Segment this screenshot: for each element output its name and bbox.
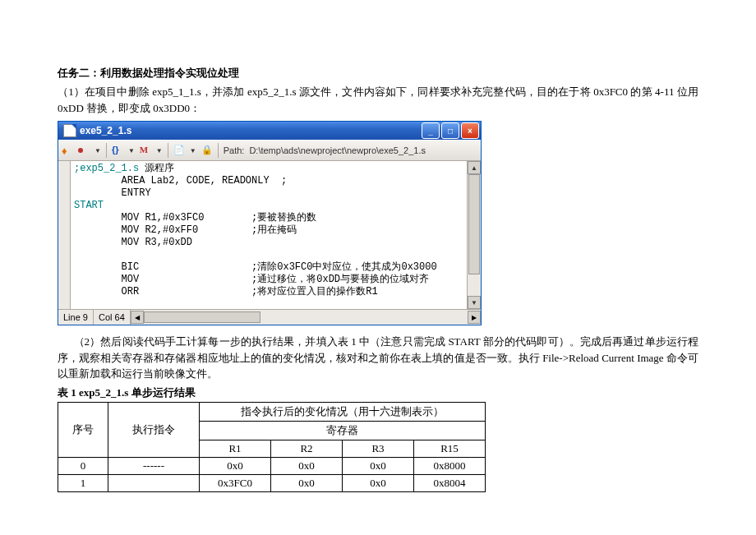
cell-instr	[108, 474, 200, 491]
table-row: 0 ------ 0x0 0x0 0x0 0x8000	[58, 457, 486, 474]
th-instruction: 执行指令	[108, 402, 200, 457]
horizontal-scrollbar[interactable]: ◀ ▶	[131, 311, 481, 324]
braces-icon[interactable]: {}	[112, 145, 123, 156]
task-heading: 任务二：利用数据处理指令实现位处理	[58, 66, 698, 81]
cell-r3: 0x0	[343, 457, 414, 474]
cell-instr: ------	[108, 457, 200, 474]
code-line: BIC ;	[74, 261, 257, 273]
th-change: 指令执行后的变化情况（用十六进制表示）	[200, 402, 486, 421]
th-index: 序号	[58, 402, 108, 457]
minimize-button[interactable]: _	[422, 122, 440, 139]
breakpoint-icon[interactable]	[78, 145, 90, 156]
toolbar-separator	[106, 143, 107, 158]
toolbar-separator	[168, 143, 168, 158]
braces-dropdown[interactable]: ▼	[128, 147, 135, 155]
maximize-button[interactable]: □	[441, 122, 459, 139]
code-area: ;exp5_2_1.s 源程序 AREA Lab2, CODE, READONL…	[58, 161, 481, 309]
titlebar[interactable]: exe5_2_1.s _ □ ×	[58, 122, 481, 140]
cell-r2: 0x0	[271, 457, 343, 474]
gutter[interactable]	[58, 161, 71, 309]
code-line: ORR ;	[74, 286, 257, 297]
code-comment: 清除0x3FC0中对应位，使其成为0x3000	[257, 261, 436, 273]
cell-idx: 0	[58, 457, 108, 474]
paragraph-2: （2）然后阅读代码手工计算每一步的执行结果，并填入表 1 中（注意只需完成 ST…	[58, 334, 698, 382]
path-value: D:\temp\ads\newproject\newpro\exe5_2_1.s	[249, 145, 426, 155]
table-row: 1 0x3FC0 0x0 0x0 0x8004	[58, 474, 486, 491]
code-label: START	[74, 200, 104, 211]
code-line: MOV R3,#0xDD	[74, 237, 192, 248]
cell-r15: 0x8004	[414, 474, 486, 491]
document-dropdown[interactable]: ▼	[190, 147, 196, 155]
macro-icon[interactable]: M	[140, 145, 151, 156]
scroll-thumb[interactable]	[144, 311, 260, 323]
th-registers: 寄存器	[200, 421, 486, 440]
document-tool-icon[interactable]: 📄	[173, 145, 185, 156]
code-line: MOV R2,#0xFF0 ;	[74, 224, 257, 236]
cell-r2: 0x0	[271, 474, 343, 491]
close-button[interactable]: ×	[461, 122, 479, 139]
path-label: Path:	[224, 145, 245, 155]
scroll-thumb[interactable]	[468, 174, 480, 274]
breakpoint-dropdown[interactable]: ▼	[94, 147, 101, 155]
paragraph-1: （1）在项目中删除 exp5_1_1.s，并添加 exp5_2_1.s 源文件，…	[58, 84, 698, 116]
vertical-scrollbar[interactable]: ▲ ▼	[467, 161, 481, 309]
editor-window: exe5_2_1.s _ □ × ♦ ▼ {} ▼ M ▼ 📄 ▼ 🔒 Path…	[58, 121, 482, 325]
scroll-left-icon[interactable]: ◀	[131, 311, 144, 324]
code-comment: 通过移位，将0xDD与要替换的位域对齐	[257, 274, 429, 285]
table-caption: 表 1 exp5_2_1.s 单步运行结果	[58, 385, 698, 400]
cell-r1: 0x3FC0	[200, 474, 271, 491]
code-line: ;exp5_2_1.s	[74, 163, 145, 174]
toolbar: ♦ ▼ {} ▼ M ▼ 📄 ▼ 🔒 Path: D:\temp\ads\new…	[58, 140, 481, 161]
code-comment: 要被替换的数	[257, 212, 316, 224]
status-col: Col 64	[94, 310, 131, 325]
th-r1: R1	[200, 440, 271, 457]
code-comment: 源程序	[145, 163, 174, 174]
code-comment: 用在掩码	[257, 224, 297, 236]
code-body[interactable]: ;exp5_2_1.s 源程序 AREA Lab2, CODE, READONL…	[71, 161, 467, 309]
document-icon	[63, 124, 76, 137]
cell-r15: 0x8000	[414, 457, 486, 474]
th-r15: R15	[414, 440, 486, 457]
status-line: Line 9	[58, 310, 94, 325]
code-line: ENTRY	[74, 187, 151, 199]
lock-icon[interactable]: 🔒	[201, 145, 213, 156]
scroll-down-icon[interactable]: ▼	[468, 296, 481, 309]
scroll-up-icon[interactable]: ▲	[468, 161, 481, 174]
th-r2: R2	[271, 440, 343, 457]
code-line: AREA Lab2, CODE, READONLY ;	[74, 175, 287, 187]
th-r3: R3	[343, 440, 414, 457]
macro-dropdown[interactable]: ▼	[156, 147, 163, 155]
code-comment: 将对应位置入目的操作数R1	[257, 286, 377, 297]
code-line: MOV ;	[74, 274, 257, 285]
cell-idx: 1	[58, 474, 108, 491]
build-icon[interactable]: ♦	[62, 145, 73, 156]
statusbar: Line 9 Col 64 ◀ ▶	[58, 309, 481, 325]
cell-r1: 0x0	[200, 457, 271, 474]
cell-r3: 0x0	[343, 474, 414, 491]
result-table: 序号 执行指令 指令执行后的变化情况（用十六进制表示） 寄存器 R1 R2 R3…	[58, 402, 486, 492]
code-line: MOV R1,#0x3FC0 ;	[74, 212, 257, 224]
scroll-right-icon[interactable]: ▶	[468, 311, 481, 324]
toolbar-separator	[218, 143, 219, 158]
window-title: exe5_2_1.s	[80, 125, 422, 136]
